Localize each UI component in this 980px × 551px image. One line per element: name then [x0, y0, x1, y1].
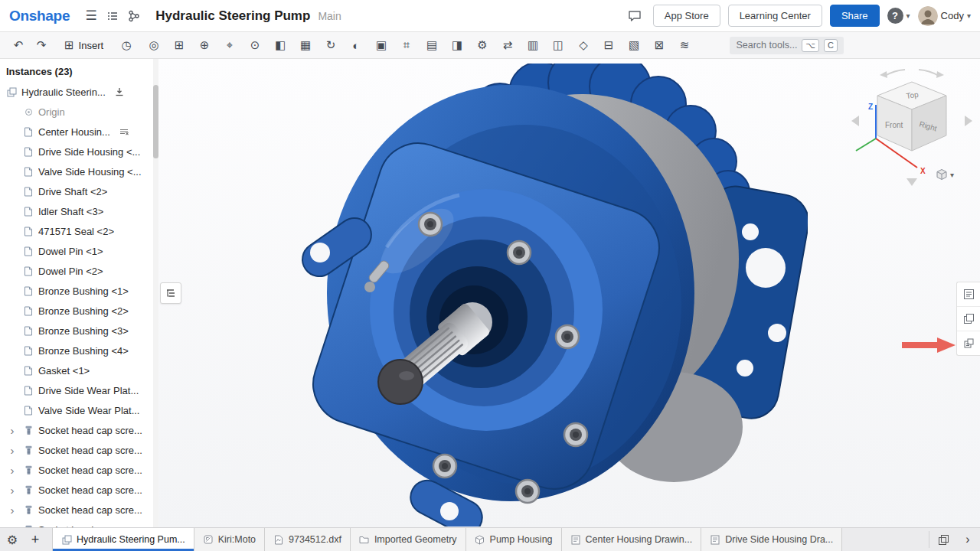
rotate-left-arrow-icon[interactable] — [880, 71, 887, 78]
share-button[interactable]: Share — [830, 5, 880, 27]
search-tools-input[interactable]: Search tools... ⌥ C — [730, 37, 844, 54]
mirror-icon[interactable]: ◐ — [345, 35, 367, 55]
instances-scrollbar[interactable] — [153, 59, 158, 528]
bom-icon[interactable]: ▥ — [522, 35, 544, 55]
user-menu[interactable]: Cody ▾ — [918, 6, 971, 26]
instance-row-7[interactable]: 471571 Seal <2> — [0, 221, 158, 241]
explode-icon[interactable]: ▣ — [371, 35, 392, 55]
instance-row-1[interactable]: Origin — [0, 102, 158, 122]
instance-label: Socket head cap scre... — [38, 504, 142, 516]
instance-row-0[interactable]: Hydraulic Steerin... — [0, 82, 158, 102]
undo-button[interactable]: ↶ — [8, 35, 29, 55]
instance-row-19[interactable]: ›Socket head cap scre... — [0, 460, 158, 480]
circular-pattern-icon[interactable]: ↻ — [320, 35, 341, 55]
export-icon[interactable]: ≋ — [674, 35, 695, 55]
learning-center-button[interactable]: Learning Center — [728, 5, 822, 27]
instance-row-4[interactable]: Valve Side Housing <... — [0, 161, 158, 181]
scrollbar-thumb[interactable] — [153, 85, 158, 158]
pump-3d-model[interactable] — [272, 64, 808, 527]
instance-row-3[interactable]: Drive Side Housing <... — [0, 142, 158, 161]
tab-center-housing-drawin[interactable]: Center Housing Drawin... — [562, 528, 702, 551]
fixed-icon[interactable] — [119, 127, 129, 136]
app-store-button[interactable]: App Store — [653, 5, 720, 27]
configuration-panel-button[interactable] — [957, 331, 980, 355]
instance-row-2[interactable]: Center Housin... — [0, 122, 158, 142]
snap-mode-icon[interactable]: ⌖ — [219, 35, 240, 55]
instance-row-12[interactable]: Bronze Bushing <3> — [0, 321, 158, 341]
view-options-button[interactable]: ▾ — [936, 168, 954, 181]
rotate-right-arrow-icon[interactable] — [936, 71, 944, 78]
scroll-tabs-right-button[interactable]: › — [956, 528, 980, 551]
feature-list-button[interactable] — [102, 5, 123, 27]
plus-icon: + — [31, 532, 40, 548]
instance-row-16[interactable]: Valve Side Wear Plat... — [0, 400, 158, 420]
expand-chevron-icon[interactable]: › — [6, 445, 18, 456]
tab-settings-button[interactable]: ⚙ — [0, 528, 24, 551]
part-icon — [23, 127, 34, 137]
instance-row-17[interactable]: ›Socket head cap scre... — [0, 420, 158, 440]
pan-left-arrow-icon[interactable] — [851, 116, 859, 126]
workspace-name[interactable]: Main — [318, 10, 341, 22]
help-menu[interactable]: ? ▾ — [887, 8, 910, 24]
instance-row-15[interactable]: Drive Side Wear Plat... — [0, 380, 158, 400]
instance-row-18[interactable]: ›Socket head cap scre... — [0, 440, 158, 460]
instance-row-21[interactable]: ›Socket head cap scre... — [0, 500, 158, 520]
instance-row-8[interactable]: Dowel Pin <1> — [0, 241, 158, 261]
comments-button[interactable] — [624, 5, 645, 27]
pan-down-arrow-icon[interactable] — [906, 178, 917, 186]
instance-row-10[interactable]: Bronze Bushing <1> — [0, 281, 158, 301]
instance-row-11[interactable]: Bronze Bushing <2> — [0, 301, 158, 321]
document-title[interactable]: Hydraulic Steering Pump — [155, 8, 310, 24]
instance-row-20[interactable]: ›Socket head cap scre... — [0, 480, 158, 500]
tab-drive-side-housing-dra[interactable]: Drive Side Housing Dra... — [701, 528, 842, 551]
expand-chevron-icon[interactable]: › — [6, 425, 18, 436]
versions-button[interactable] — [123, 5, 145, 27]
partstudio-icon — [475, 535, 485, 545]
parts-list-panel-button[interactable] — [957, 282, 980, 307]
history-button[interactable]: ◷ — [116, 35, 137, 55]
create-drawing-icon[interactable]: ▧ — [623, 35, 645, 55]
tab-kiri-moto[interactable]: Kiri:Moto — [194, 528, 265, 551]
onshape-logo[interactable]: Onshape — [9, 8, 70, 24]
instances-panel-toggle[interactable] — [160, 282, 181, 304]
snapshot-icon[interactable]: ⌗ — [396, 35, 417, 55]
expand-chevron-icon[interactable]: › — [6, 504, 18, 516]
add-tab-button[interactable]: + — [24, 528, 46, 551]
instance-row-14[interactable]: Gasket <1> — [0, 360, 158, 380]
download-icon[interactable] — [115, 87, 124, 96]
render-studio-icon[interactable]: ⊠ — [648, 35, 670, 55]
appearance-icon[interactable]: ⚙ — [472, 35, 493, 55]
instance-row-13[interactable]: Bronze Bushing <4> — [0, 341, 158, 360]
view-cube[interactable]: Top Front Right Z X — [847, 65, 977, 187]
pan-right-arrow-icon[interactable] — [965, 116, 972, 126]
instance-row-5[interactable]: Drive Shaft <2> — [0, 181, 158, 201]
replicate-icon[interactable]: ◧ — [270, 35, 291, 55]
mate-connector-icon[interactable]: ⊙ — [244, 35, 266, 55]
appearance-panel-button[interactable] — [957, 307, 980, 331]
tab-imported-geometry[interactable]: Imported Geometry — [351, 528, 466, 551]
group-icon[interactable]: ⊞ — [168, 35, 190, 55]
display-states-icon[interactable]: ◨ — [446, 35, 468, 55]
redo-button[interactable]: ↷ — [31, 35, 52, 55]
insert-button[interactable]: ⊞ Insert — [57, 35, 111, 55]
instance-row-6[interactable]: Idler Shaft <3> — [0, 201, 158, 221]
mate-icon[interactable]: ◎ — [143, 35, 165, 55]
instance-row-9[interactable]: Dowel Pin <2> — [0, 261, 158, 281]
isolate-icon[interactable]: ⊟ — [598, 35, 619, 55]
relation-icon[interactable]: ⊕ — [194, 35, 215, 55]
viewcube-front-label[interactable]: Front — [885, 121, 903, 129]
tab-pump-housing[interactable]: Pump Housing — [466, 528, 562, 551]
instance-label: Bronze Bushing <1> — [38, 285, 129, 297]
tab-hydraulic-steering-pum[interactable]: Hydraulic Steering Pum... — [52, 528, 194, 551]
main-menu-button[interactable]: ☰ — [80, 5, 102, 27]
expand-chevron-icon[interactable]: › — [6, 484, 18, 496]
expand-chevron-icon[interactable]: › — [6, 465, 18, 476]
linear-pattern-icon[interactable]: ▦ — [295, 35, 316, 55]
measure-icon[interactable]: ⇄ — [497, 35, 518, 55]
tab-9734512-dxf[interactable]: 9734512.dxf — [265, 528, 351, 551]
hide-others-icon[interactable]: ◇ — [573, 35, 594, 55]
named-positions-icon[interactable]: ▤ — [421, 35, 443, 55]
section-view-icon[interactable]: ◫ — [547, 35, 569, 55]
tab-manager-button[interactable] — [931, 528, 956, 551]
viewcube-top-label[interactable]: Top — [906, 90, 920, 100]
